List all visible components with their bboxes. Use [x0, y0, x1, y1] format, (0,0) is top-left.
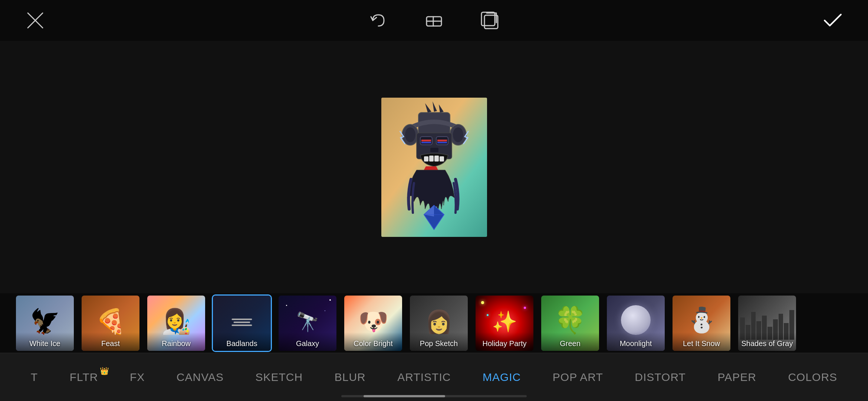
green-thumbnail: 🍀: [554, 305, 586, 335]
toolbar: [0, 0, 868, 41]
cat-t[interactable]: T: [23, 367, 45, 387]
filter-feast-label: Feast: [101, 339, 120, 348]
badlands-thumbnail: [232, 319, 252, 326]
svg-rect-21: [421, 142, 431, 143]
galaxy-thumbnail: 🔭: [296, 311, 319, 333]
filter-color-bright-label: Color Bright: [344, 339, 402, 348]
main-artwork: [381, 98, 487, 237]
svg-rect-24: [424, 156, 428, 162]
cat-blur-label: BLUR: [335, 371, 366, 384]
filter-green-label: Green: [541, 339, 599, 348]
filter-feast[interactable]: 🍕 Feast: [80, 294, 141, 352]
cat-pop-art-label: POP ART: [553, 371, 603, 384]
filter-holiday-party[interactable]: ✨ Holiday Party: [474, 294, 535, 352]
white-ice-thumbnail: 🦅: [30, 307, 60, 336]
filter-pop-sketch-label: Pop Sketch: [410, 339, 468, 348]
filter-galaxy-label: Galaxy: [279, 339, 336, 348]
cat-fltr-label: FLTR: [70, 371, 98, 384]
cat-magic-label: MAGIC: [483, 371, 521, 384]
cat-magic[interactable]: MAGIC: [475, 367, 528, 387]
cat-colors[interactable]: COLORS: [780, 367, 845, 387]
svg-rect-23: [430, 148, 438, 152]
cat-blur[interactable]: BLUR: [327, 367, 373, 387]
svg-rect-25: [429, 156, 434, 162]
cat-paper[interactable]: PAPER: [710, 367, 763, 387]
filter-let-it-snow-label: Let It Snow: [673, 339, 730, 348]
svg-point-13: [405, 127, 415, 142]
toolbar-center: [365, 7, 503, 33]
cat-canvas[interactable]: CANVAS: [169, 367, 231, 387]
filter-color-bright[interactable]: 🐶 Color Bright: [343, 294, 403, 352]
undo-button[interactable]: [365, 7, 391, 33]
filter-white-ice[interactable]: 🦅 White Ice: [15, 294, 75, 352]
filter-badlands-label: Badlands: [213, 339, 271, 348]
holiday-party-thumbnail: ✨: [492, 310, 517, 334]
svg-rect-22: [437, 142, 447, 143]
moonlight-thumbnail: [621, 305, 651, 335]
category-nav: T FLTR 👑 FX CANVAS SKETCH BLUR ARTISTIC …: [0, 353, 868, 401]
cat-distort[interactable]: DISTORT: [627, 367, 693, 387]
filter-moonlight-label: Moonlight: [607, 339, 665, 348]
close-button[interactable]: [22, 7, 48, 33]
svg-rect-20: [437, 140, 447, 141]
cat-distort-label: DISTORT: [635, 371, 686, 384]
cat-sketch[interactable]: SKETCH: [248, 367, 310, 387]
filter-shades-gray-label: Shades of Gray: [738, 339, 796, 348]
scroll-indicator: [341, 395, 527, 397]
cat-canvas-label: CANVAS: [177, 371, 224, 384]
filter-pop-sketch[interactable]: 👩 Pop Sketch: [409, 294, 469, 352]
cat-fx-label: FX: [130, 371, 145, 384]
svg-rect-5: [481, 12, 495, 26]
cat-sketch-label: SKETCH: [256, 371, 303, 384]
filter-white-ice-label: White Ice: [29, 339, 60, 348]
crown-icon: 👑: [100, 366, 109, 375]
color-bright-thumbnail: 🐶: [358, 307, 388, 336]
cat-artistic[interactable]: ARTISTIC: [390, 367, 458, 387]
svg-rect-26: [434, 156, 439, 162]
filter-rainbow[interactable]: 👩‍🎨 Rainbow: [146, 294, 206, 352]
filter-shades-gray[interactable]: Shades of Gray: [737, 294, 797, 352]
feast-thumbnail: 🍕: [96, 307, 126, 336]
let-it-snow-thumbnail: ⛄: [687, 306, 717, 334]
filter-let-it-snow[interactable]: ⛄ Let It Snow: [671, 294, 731, 352]
canvas-area: [0, 41, 868, 293]
confirm-button[interactable]: [820, 7, 846, 33]
cat-artistic-label: ARTISTIC: [397, 371, 451, 384]
pop-sketch-thumbnail: 👩: [425, 309, 453, 335]
cat-fx[interactable]: FX: [122, 367, 152, 387]
scroll-thumb: [364, 395, 445, 397]
svg-rect-27: [440, 156, 444, 162]
cat-colors-label: COLORS: [788, 371, 837, 384]
eraser-button[interactable]: [421, 7, 447, 33]
cat-pop-art[interactable]: POP ART: [545, 367, 611, 387]
filter-holiday-party-label: Holiday Party: [476, 339, 533, 348]
filter-green[interactable]: 🍀 Green: [540, 294, 600, 352]
svg-rect-19: [421, 140, 431, 141]
filter-rainbow-label: Rainbow: [162, 339, 191, 348]
cat-paper-label: PAPER: [717, 371, 756, 384]
layers-button[interactable]: [477, 7, 503, 33]
rainbow-thumbnail: 👩‍🎨: [161, 307, 191, 336]
filter-strip: 🦅 White Ice 🍕 Feast 👩‍🎨 Rainbow: [0, 293, 868, 353]
filter-moonlight[interactable]: Moonlight: [606, 294, 666, 352]
filter-galaxy[interactable]: 🔭 Galaxy: [277, 294, 338, 352]
filter-badlands[interactable]: Badlands: [212, 294, 272, 352]
cat-fltr[interactable]: FLTR 👑: [62, 367, 106, 387]
cat-t-label: T: [31, 371, 38, 384]
svg-point-15: [453, 127, 463, 142]
